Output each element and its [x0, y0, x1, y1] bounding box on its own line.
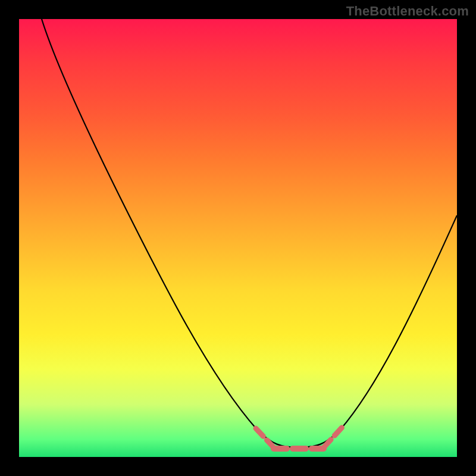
bottleneck-curve — [42, 19, 457, 447]
watermark-text: TheBottleneck.com — [346, 4, 469, 19]
plot-area — [19, 19, 457, 457]
optimal-left-edge — [256, 428, 274, 447]
curve-svg — [19, 19, 457, 457]
optimal-right-edge — [324, 426, 343, 447]
chart-frame: TheBottleneck.com — [0, 0, 476, 476]
